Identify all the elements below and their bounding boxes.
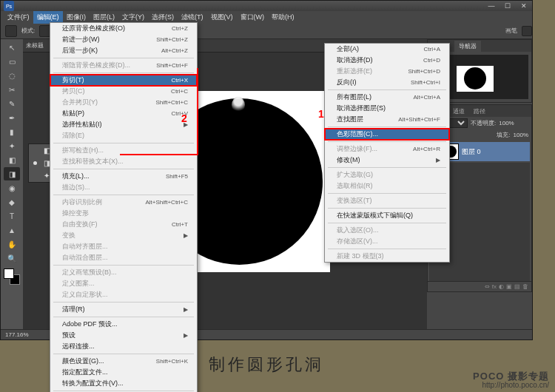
menu-item[interactable]: 转换为配置文件(V)... [50,378,197,389]
annotation-label-1: 1 [318,108,324,120]
layer-name[interactable]: 图层 0 [462,147,481,157]
folder-icon[interactable]: ▣ [506,283,512,290]
menu-1[interactable]: 编辑(E) [33,11,63,24]
tool-8[interactable]: ◧ [4,153,20,166]
menu-item: 自动混合图层... [50,252,197,263]
zoom-level[interactable]: 177.16% [5,331,29,338]
titlebar: Ps — ☐ ✕ [1,1,532,11]
menu-5[interactable]: 选择(S) [148,11,178,24]
menu-item[interactable]: 后退一步(K)Alt+Ctrl+Z [50,45,197,56]
tool-14[interactable]: ✋ [4,237,20,251]
menu-item[interactable]: 指定配置文件... [50,367,197,378]
mask-icon[interactable]: ◐ [499,283,504,290]
menu-item: 扩大选取(G) [325,169,449,180]
tool-0[interactable]: ↖ [4,41,20,54]
minimize-button[interactable]: — [483,1,500,10]
menu-item[interactable]: Adobe PDF 预设... [50,319,197,330]
toolbar: ↖▭◌✂✎✒▮✦◧◨◉◆T▲✋🔍 [1,39,23,329]
menu-item[interactable]: 全部(A)Ctrl+A [325,44,449,55]
color-swatches[interactable] [4,268,20,285]
menu-item: 拷贝(C)Ctrl+C [50,86,197,97]
menu-item: 定义图案... [50,278,197,289]
tool-3[interactable]: ✂ [4,83,20,96]
new-layer-icon[interactable]: ▤ [514,283,520,290]
maximize-button[interactable]: ☐ [500,1,516,10]
menu-item[interactable]: 清理(R)▶ [50,304,197,315]
close-button[interactable]: ✕ [516,1,532,10]
menu-item[interactable]: 所有图层(L)Alt+Ctrl+A [325,92,449,103]
brush-group-label: 画笔 [505,27,517,35]
splash-mark [232,97,245,113]
menu-item[interactable]: 修改(M)▶ [325,155,449,166]
menu-item[interactable]: 预设▶ [50,330,197,341]
menu-item[interactable]: 选择性粘贴(I)▶ [50,119,197,130]
mode-label: 模式: [21,27,35,35]
tool-4[interactable]: ✎ [4,97,20,110]
tool-9[interactable]: ◨ [4,167,20,180]
menu-item: 自动对齐图层... [50,241,197,252]
menu-item[interactable]: 前进一步(W)Shift+Ctrl+Z [50,34,197,45]
tool-11[interactable]: ◆ [4,195,20,209]
menu-item[interactable]: 色彩范围(C)... [325,129,449,140]
tool-10[interactable]: ◉ [4,181,20,195]
tool-15[interactable]: 🔍 [4,251,20,265]
menu-item[interactable]: 在快速蒙版模式下编辑(Q) [325,210,449,221]
menu-item: 清除(E) [50,130,197,141]
menu-item[interactable]: 取消选择图层(S) [325,103,449,114]
menu-item: 拼写检查(H)... [50,145,197,156]
tool-13[interactable]: ▲ [4,223,20,237]
tool-12[interactable]: T [4,209,20,223]
menu-item: 载入选区(O)... [325,225,449,236]
annotation-label-2: 2 [181,112,187,124]
document-tab[interactable]: 未标题 [26,41,44,50]
menu-item: 自由变换(F)Ctrl+T [50,219,197,230]
menu-item: 变换选区(T) [325,195,449,206]
tool-2[interactable]: ◌ [4,69,20,82]
menu-item[interactable]: 还原背景色橡皮擦(O)Ctrl+Z [50,23,197,34]
tool-preset-icon[interactable] [5,25,17,37]
menu-item[interactable]: 填充(L)...Shift+F5 [50,171,197,182]
menu-3[interactable]: 图层(L) [90,11,118,24]
menu-item: 查找和替换文本(X)... [50,156,197,167]
menu-item: 渐隐背景色橡皮擦(D)...Shift+Ctrl+F [50,60,197,71]
trash-icon[interactable]: 🗑 [522,283,528,290]
menu-item[interactable]: 远程连接... [50,341,197,352]
menu-item: 重新选择(E)Shift+Ctrl+D [325,66,449,77]
menubar: 文件(F)编辑(E)图像(I)图层(L)文字(Y)选择(S)滤镜(T)视图(V)… [1,11,532,23]
edit-menu-dropdown: 还原背景色橡皮擦(O)Ctrl+Z前进一步(W)Shift+Ctrl+Z后退一步… [50,22,198,392]
menu-item: 描边(S)... [50,182,197,193]
menu-0[interactable]: 文件(F) [4,11,33,24]
menu-item: 内容识别比例Alt+Shift+Ctrl+C [50,197,197,208]
menu-8[interactable]: 窗口(W) [237,11,269,24]
menu-6[interactable]: 滤镜(T) [178,11,207,24]
select-menu-dropdown: 全部(A)Ctrl+A取消选择(D)Ctrl+D重新选择(E)Shift+Ctr… [324,43,450,263]
menu-item[interactable]: 查找图层Alt+Shift+Ctrl+F [325,114,449,125]
tool-1[interactable]: ▭ [4,55,20,68]
menu-9[interactable]: 帮助(H) [268,11,298,24]
menu-4[interactable]: 文字(Y) [118,11,148,24]
fx-icon[interactable]: fx [492,283,497,290]
tool-5[interactable]: ✒ [4,111,20,124]
menu-item[interactable]: 取消选择(D)Ctrl+D [325,55,449,66]
menu-item[interactable]: 颜色设置(G)...Shift+Ctrl+K [50,356,197,367]
watermark: POCO 摄影专题 http://photo.poco.cn/ [473,372,549,389]
tab-navigator[interactable]: 导航器 [454,41,481,52]
menu-item: 新建 3D 模型(3) [325,251,449,262]
tool-6[interactable]: ▮ [4,125,20,138]
menu-2[interactable]: 图像(I) [63,11,90,24]
brush-panel-icon[interactable] [522,26,532,36]
menu-item: 定义自定形状... [50,289,197,300]
tool-7[interactable]: ✦ [4,139,20,152]
menu-item: 存储选区(V)... [325,236,449,247]
menu-item: 合并拷贝(Y)Shift+Ctrl+C [50,97,197,108]
menu-item: 定义画笔预设(B)... [50,267,197,278]
menu-item[interactable]: 剪切(T)Ctrl+X [50,75,197,86]
tab-paths[interactable]: 路径 [469,106,490,117]
menu-item[interactable]: 反向(I)Shift+Ctrl+I [325,77,449,88]
tab-channels[interactable]: 通道 [448,106,469,117]
menu-item: 变换▶ [50,230,197,241]
link-icon[interactable]: ⇔ [485,283,490,290]
menu-item: 操控变形 [50,208,197,219]
menu-7[interactable]: 视图(V) [207,11,237,24]
menu-item[interactable]: 粘贴(P)Ctrl+V [50,108,197,119]
